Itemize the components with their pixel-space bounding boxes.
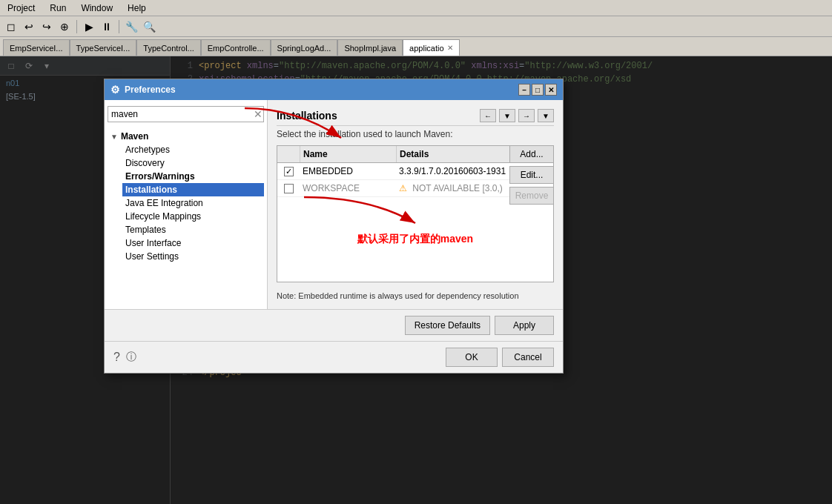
note-text: Note: Embedded runtime is always used fo… [277, 291, 554, 300]
checkbox-embedded[interactable] [284, 167, 294, 176]
ok-button[interactable]: OK [446, 348, 498, 367]
nav-menu-button[interactable]: ▼ [538, 109, 554, 122]
menu-help[interactable]: Help [123, 1, 151, 15]
tab-label: TypeControl... [143, 44, 194, 53]
preferences-icon: ⚙ [110, 84, 120, 96]
dialog-body: ✕ ▼ Maven Archetypes Discovery Errors/Wa… [105, 100, 563, 309]
content-table-area: Name Details EMBEDDED 3.3.9/1.7.0.201606… [277, 145, 554, 288]
section-title: Installations ← ▼ → ▼ [277, 109, 554, 126]
nav-forward-button[interactable]: → [518, 109, 535, 122]
annotation-text: 默认采用了内置的maven [277, 233, 553, 246]
search-input[interactable] [108, 106, 264, 122]
td-check-workspace[interactable] [277, 181, 300, 196]
toolbar-btn-6[interactable]: ⏸ [99, 19, 115, 35]
nav-dropdown-button[interactable]: ▼ [499, 109, 515, 122]
tree-item-templates[interactable]: Templates [122, 223, 264, 236]
footer-buttons: Restore Defaults Apply [405, 316, 554, 335]
tree-item-javaee[interactable]: Java EE Integration [122, 196, 264, 210]
td-name-workspace: WORKSPACE [300, 180, 396, 196]
toolbar-sep-2 [119, 20, 119, 33]
tab-label: TypeServiceI... [76, 44, 131, 53]
tab-springlogad[interactable]: SpringLogAd... [271, 39, 338, 56]
menu-bar: Project Run Window Help [0, 0, 832, 16]
tab-typecontrol[interactable]: TypeControl... [136, 39, 200, 56]
tree-children: Archetypes Discovery Errors/Warnings Ins… [108, 143, 264, 263]
minimize-button[interactable]: – [518, 84, 530, 96]
th-check [277, 146, 300, 162]
ide-window: Project Run Window Help ◻ ↩ ↪ ⊕ ▶ ⏸ 🔧 🔍 … [0, 0, 832, 504]
nav-back-button[interactable]: ← [480, 109, 496, 122]
titlebar-buttons: – □ ✕ [518, 84, 557, 96]
tree-item-errors[interactable]: Errors/Warnings [122, 170, 264, 183]
main-area: □ ⟳ ▾ n01 [SE-1.5] 1 <project xmlns="htt… [0, 56, 832, 504]
help-icon[interactable]: ? [113, 351, 120, 364]
section-title-text: Installations [277, 110, 337, 122]
info-icon[interactable]: ⓘ [126, 351, 136, 364]
tree-item-userinterface[interactable]: User Interface [122, 236, 264, 250]
td-check-embedded[interactable] [277, 164, 300, 179]
tab-label: EmpControlle... [208, 44, 264, 53]
tab-shopimpl[interactable]: ShopImpl.java [337, 39, 403, 56]
tabs-row: EmpServiceI... TypeServiceI... TypeContr… [0, 37, 832, 56]
toolbar-sep-1 [76, 20, 77, 33]
restore-defaults-button[interactable]: Restore Defaults [405, 316, 490, 335]
tree-item-installations[interactable]: Installations [122, 183, 264, 196]
toolbar-btn-7[interactable]: 🔧 [123, 19, 139, 35]
toolbar-btn-5[interactable]: ▶ [81, 19, 97, 35]
tab-empcontrol[interactable]: EmpControlle... [201, 39, 271, 56]
toolbar-btn-1[interactable]: ◻ [3, 19, 19, 35]
dialog-title-left: ⚙ Preferences [110, 84, 176, 96]
tab-label: EmpServiceI... [10, 44, 63, 53]
dialog-titlebar: ⚙ Preferences – □ ✕ [105, 79, 563, 100]
bottom-right-buttons: OK Cancel [446, 348, 554, 367]
dialog-footer: Restore Defaults Apply [105, 309, 563, 341]
tree-item-archetypes[interactable]: Archetypes [122, 143, 264, 156]
remove-button[interactable]: Remove [509, 187, 554, 205]
menu-window[interactable]: Window [76, 1, 117, 15]
tree-root-label: Maven [121, 131, 148, 142]
dialog-bottom: ? ⓘ OK Cancel [105, 341, 563, 373]
workspace-details-text: NOT AVAILABLE [3.0,) [412, 183, 502, 193]
preferences-dialog: ⚙ Preferences – □ ✕ ✕ [104, 79, 564, 374]
section-nav: ← ▼ → ▼ [480, 109, 554, 122]
tree-item-discovery[interactable]: Discovery [122, 156, 264, 170]
add-button[interactable]: Add... [509, 145, 554, 163]
search-clear-icon[interactable]: ✕ [254, 108, 263, 120]
tab-label: SpringLogAd... [277, 44, 331, 53]
menu-run[interactable]: Run [45, 1, 70, 15]
toolbar-btn-3[interactable]: ↪ [39, 19, 55, 35]
tree-item-lifecycle[interactable]: Lifecycle Mappings [122, 210, 264, 223]
tab-label: ShopImpl.java [344, 44, 396, 53]
tab-typeservice[interactable]: TypeServiceI... [70, 39, 137, 56]
search-box: ✕ [108, 106, 264, 122]
tree-item-usersettings[interactable]: User Settings [122, 250, 264, 263]
tab-label: applicatio [409, 44, 443, 53]
tab-empservice[interactable]: EmpServiceI... [3, 39, 70, 56]
checkbox-workspace[interactable] [284, 184, 294, 193]
menu-project[interactable]: Project [3, 1, 39, 15]
apply-button[interactable]: Apply [495, 316, 554, 335]
th-name: Name [300, 146, 396, 162]
tree-item-maven[interactable]: ▼ Maven [108, 130, 264, 143]
side-buttons: Add... Edit... Remove [509, 145, 554, 205]
toolbar-btn-8[interactable]: 🔍 [141, 19, 157, 35]
edit-button[interactable]: Edit... [509, 166, 554, 184]
maximize-button[interactable]: □ [532, 84, 544, 96]
tree-arrow-icon: ▼ [110, 133, 118, 141]
dialog-content-panel: Installations ← ▼ → ▼ Select the install… [268, 100, 563, 309]
dialog-tree-panel: ✕ ▼ Maven Archetypes Discovery Errors/Wa… [105, 100, 268, 309]
toolbar: ◻ ↩ ↪ ⊕ ▶ ⏸ 🔧 🔍 [0, 16, 832, 37]
desc-text: Select the installation used to launch M… [277, 129, 554, 139]
dialog-title-text: Preferences [125, 84, 176, 95]
close-button[interactable]: ✕ [545, 84, 557, 96]
toolbar-btn-2[interactable]: ↩ [21, 19, 37, 35]
td-name-embedded: EMBEDDED [300, 163, 396, 179]
bottom-left: ? ⓘ [113, 351, 136, 364]
cancel-button[interactable]: Cancel [502, 348, 554, 367]
tree-root: ▼ Maven Archetypes Discovery Errors/Warn… [108, 128, 264, 265]
close-icon[interactable]: ✕ [447, 44, 453, 52]
tab-application[interactable]: applicatio ✕ [403, 39, 459, 56]
toolbar-btn-4[interactable]: ⊕ [56, 19, 73, 35]
warning-icon: ⚠ [399, 183, 407, 193]
